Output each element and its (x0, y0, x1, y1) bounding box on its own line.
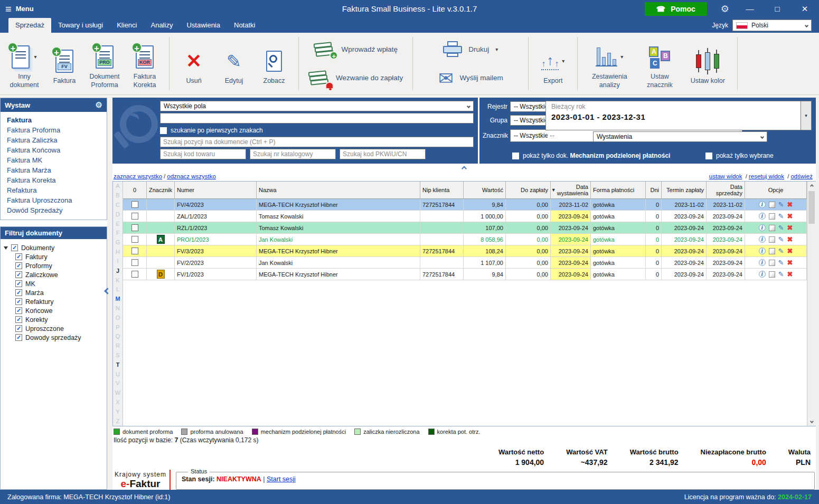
deselect-all-link[interactable]: odznacz wszystko (162, 173, 216, 179)
info-icon[interactable]: i (759, 213, 766, 220)
alphabet-letter[interactable]: E (113, 219, 123, 229)
tree-item[interactable]: ✓ Zaliczkowe (15, 270, 105, 279)
edit-button[interactable]: ✎ Edytuj (214, 42, 254, 85)
row-checkbox[interactable] (131, 224, 138, 231)
print-button[interactable]: Drukuj ▾ (438, 35, 503, 64)
checkbox[interactable]: ✓ (15, 253, 22, 260)
tree-item[interactable]: ✓ Faktury (15, 252, 105, 261)
wystaw-item[interactable]: Faktura Końcowa (1, 145, 107, 155)
col-header-value[interactable]: Wartość (464, 182, 506, 199)
table-row[interactable]: FV/2/2023 Jan Kowalski 1 107,00 0,00 202… (123, 257, 807, 269)
scrollbar-thumb[interactable] (808, 191, 815, 224)
checkbox[interactable]: ✓ (15, 280, 22, 287)
delete-x-icon[interactable]: ✖ (787, 224, 793, 231)
info-icon[interactable]: i (759, 224, 766, 231)
checkbox[interactable] (705, 153, 712, 159)
row-checkbox[interactable] (131, 213, 138, 220)
checkbox[interactable] (160, 127, 167, 134)
send-email-button[interactable]: ✉ Wyślij mailem (433, 64, 509, 92)
menu-label[interactable]: Menu (16, 5, 34, 13)
checkbox[interactable]: ✓ (15, 289, 22, 296)
filter-by-date-select[interactable]: Wystawienia (593, 131, 767, 142)
wystaw-item[interactable]: Dowód Sprzedaży (1, 205, 107, 215)
menu-tab[interactable]: Sprzedaż (8, 18, 51, 33)
first-chars-checkbox[interactable]: szukanie po pierwszych znakach (160, 127, 474, 134)
checkbox[interactable]: ✓ (15, 298, 22, 305)
tree-root-documents[interactable]: ✓ Dokumenty (3, 243, 105, 252)
wystaw-item[interactable]: Faktura MK (1, 155, 107, 165)
close-button[interactable]: ✕ (798, 4, 812, 14)
info-icon[interactable]: i (759, 248, 766, 254)
edit-pencil-icon[interactable]: ✎ (778, 224, 784, 231)
wystaw-item[interactable]: Refaktura (1, 185, 107, 195)
export-button[interactable]: ↑↑↑ ▾ Export (533, 42, 573, 85)
tree-item[interactable]: ✓ Uproszczone (15, 324, 105, 333)
wystaw-item[interactable]: Faktura (1, 115, 107, 125)
tree-item[interactable]: ✓ Dowody sprzedaży (15, 333, 105, 342)
menu-tab[interactable]: Analizy (144, 18, 180, 33)
alphabet-letter[interactable]: Y (113, 407, 123, 417)
wystaw-item[interactable]: Faktura Zaliczka (1, 135, 107, 145)
checkbox[interactable] (512, 153, 519, 159)
hamburger-menu-icon[interactable]: ≡ (5, 4, 12, 14)
alphabet-letter[interactable]: K (113, 275, 123, 285)
view-button[interactable]: Zobacz (254, 42, 294, 85)
delete-button[interactable]: ✕ Usuń (174, 42, 214, 85)
delete-x-icon[interactable]: ✖ (787, 201, 793, 208)
row-checkbox[interactable] (131, 236, 138, 243)
wystaw-item[interactable]: Faktura Korekta (1, 175, 107, 185)
scroll-up-arrow[interactable] (807, 182, 816, 191)
alphabet-letter[interactable]: B (113, 191, 123, 201)
note-icon[interactable] (769, 271, 775, 278)
table-row[interactable]: ZAL/1/2023 Tomasz Kowalski 1 000,00 0,00… (123, 211, 807, 222)
set-marker-button[interactable]: A B C Ustaw znacznik (637, 38, 682, 89)
row-checkbox[interactable] (131, 248, 138, 254)
wystaw-gear-icon[interactable]: ⚙ (96, 100, 102, 110)
table-row[interactable]: FV/3/2023 MEGA-TECH Krzysztof Hibner 727… (123, 245, 807, 257)
view-link[interactable]: resetuj widok (744, 173, 784, 179)
menu-tab[interactable]: Towary i usługi (51, 18, 110, 33)
alphabet-letter[interactable]: R (113, 341, 123, 351)
info-icon[interactable]: i (759, 236, 766, 243)
enter-payment-button[interactable]: + Wprowadź wpłatę (308, 35, 403, 64)
minimize-button[interactable]: — (743, 4, 757, 13)
alphabet-letter[interactable]: H (113, 248, 123, 257)
checkbox[interactable]: ✓ (11, 244, 18, 251)
chevron-down-icon[interactable]: ▾ (562, 58, 564, 64)
col-header-sale-date[interactable]: Data sprzedaży (707, 182, 745, 199)
alphabet-letter[interactable]: X (113, 398, 123, 407)
col-header-marker[interactable]: Znacznik (147, 182, 175, 199)
note-icon[interactable] (769, 213, 775, 220)
chevron-down-icon[interactable]: ▾ (34, 54, 36, 60)
checkbox[interactable]: ✓ (15, 271, 22, 278)
wystaw-item[interactable]: Faktura Marża (1, 165, 107, 175)
alphabet-letter[interactable]: L (113, 285, 123, 294)
edit-pencil-icon[interactable]: ✎ (778, 248, 784, 254)
col-header-due[interactable]: Do zapłaty (506, 182, 551, 199)
alphabet-letter[interactable]: N (113, 304, 123, 313)
col-header-name[interactable]: Nazwa (257, 182, 420, 199)
alphabet-letter[interactable]: F (113, 229, 123, 238)
row-checkbox[interactable] (131, 201, 138, 208)
delete-x-icon[interactable]: ✖ (787, 259, 793, 266)
checkbox[interactable]: ✓ (15, 334, 22, 341)
checkbox[interactable]: ✓ (15, 262, 22, 269)
menu-tab[interactable]: Notatki (227, 18, 262, 33)
maximize-button[interactable]: □ (770, 4, 784, 13)
start-session-link[interactable]: Start sesji (267, 476, 296, 483)
search-pkwiu-input[interactable] (340, 149, 426, 159)
checkbox[interactable]: ✓ (15, 325, 22, 332)
edit-pencil-icon[interactable]: ✎ (778, 271, 784, 278)
note-icon[interactable] (769, 260, 775, 266)
info-icon[interactable]: i (759, 259, 766, 266)
edit-pencil-icon[interactable]: ✎ (778, 201, 784, 208)
tree-item[interactable]: ✓ Marża (15, 288, 105, 297)
table-row[interactable]: RZL/1/2023 Tomasz Kowalski 107,00 0,00 2… (123, 222, 807, 234)
view-link[interactable]: odśwież (786, 173, 813, 179)
col-header-checkbox[interactable]: 0 (123, 182, 147, 199)
table-row[interactable]: A PRO/1/2023 Jan Kowalski 8 058,96 0,00 … (123, 234, 807, 245)
set-color-button[interactable]: Ustaw kolor (682, 42, 733, 85)
alphabet-letter[interactable]: P (113, 322, 123, 332)
alphabet-letter[interactable]: Q (113, 332, 123, 341)
note-icon[interactable] (769, 225, 775, 231)
